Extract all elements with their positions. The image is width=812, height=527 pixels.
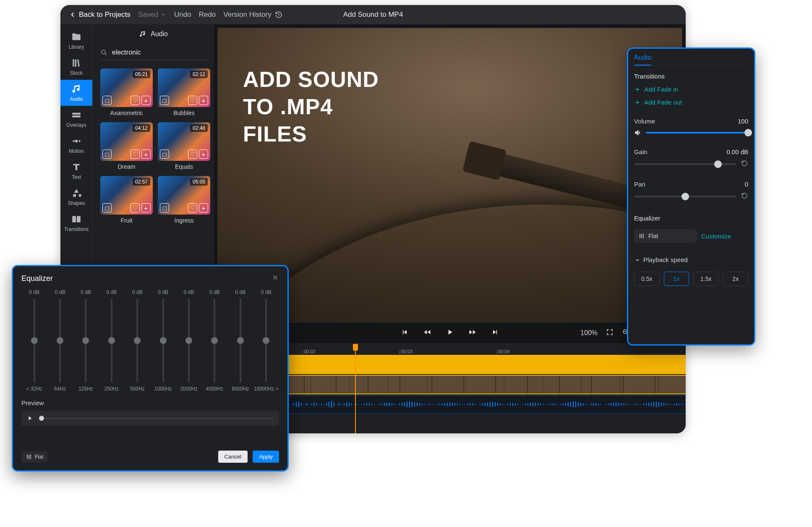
add-clip-button[interactable]: + [141,96,151,105]
speed-option[interactable]: 0.5x [634,272,660,286]
rail-audio[interactable]: Audio [60,80,92,106]
skip-start-button[interactable] [400,328,409,338]
music-icon [71,84,82,94]
band-slider[interactable] [85,299,86,383]
audio-clip[interactable]: 02:12 □ ♡ + Bubbles [158,68,210,116]
preview-clip-button[interactable]: □ [102,96,112,105]
equalizer-icon [638,233,645,239]
preview-bar[interactable] [21,411,279,426]
rail-shapes[interactable]: Shapes [60,184,92,210]
audio-clip[interactable]: 05:05 □ ♡ + Ingress [158,176,210,224]
add-clip-button[interactable]: + [199,96,208,105]
band-slider[interactable] [136,299,138,383]
band-db: 0 dB [107,289,117,295]
clip-thumbnail[interactable]: 02:48 □ ♡ + [158,122,210,161]
save-status[interactable]: Saved [138,10,167,19]
track-video[interactable] [273,375,686,394]
clip-thumbnail[interactable]: 05:21 □ ♡ + [100,68,153,107]
clip-name: Bubbles [173,110,195,116]
gain-reset-button[interactable] [741,160,748,169]
apply-button[interactable]: Apply [253,451,279,463]
track-audio[interactable] [273,395,686,414]
rewind-button[interactable] [423,328,431,338]
favorite-button[interactable]: ♡ [188,203,197,212]
add-clip-button[interactable]: + [141,203,151,212]
favorite-button[interactable]: ♡ [188,149,197,159]
clip-thumbnail[interactable]: 04:12 □ ♡ + [100,122,153,161]
library-search[interactable] [100,49,206,60]
rail-transitions[interactable]: Transitions [60,210,92,236]
add-fade-in-button[interactable]: Add Fade in [634,86,748,93]
volume-slider[interactable] [646,132,748,134]
add-clip-button[interactable]: + [199,149,208,159]
rail-text[interactable]: Text [60,158,92,184]
preset-selector[interactable]: Flat [21,451,47,462]
speed-option[interactable]: 2x [723,272,749,286]
band-slider[interactable] [240,299,241,383]
favorite-button[interactable]: ♡ [131,149,140,159]
skip-end-button[interactable] [491,328,499,338]
close-button[interactable] [272,274,279,283]
forward-button[interactable] [468,328,477,338]
clip-thumbnail[interactable]: 05:05 □ ♡ + [158,176,210,215]
chevron-down-icon [634,257,641,263]
favorite-button[interactable]: ♡ [188,96,197,105]
reset-icon [741,160,748,167]
speed-option[interactable]: 1x [664,272,689,286]
rail-motion[interactable]: Motion [60,132,92,158]
audio-clip[interactable]: 04:12 □ ♡ + Dream [100,122,153,170]
add-fade-out-button[interactable]: Add Fade out [634,99,748,106]
add-clip-button[interactable]: + [141,149,151,159]
play-button[interactable] [446,328,454,338]
band-slider[interactable] [188,299,190,383]
band-slider[interactable] [59,299,61,383]
search-input[interactable] [112,49,206,56]
band-slider[interactable] [214,299,215,383]
customize-link[interactable]: Customize [701,233,731,240]
favorite-button[interactable]: ♡ [131,96,140,105]
fullscreen-button[interactable] [606,328,614,338]
cancel-button[interactable]: Cancel [218,451,248,463]
music-icon [139,30,146,38]
band-slider[interactable] [111,299,112,383]
volume-value: 100 [738,118,748,125]
pan-reset-button[interactable] [741,192,748,201]
audio-clip[interactable]: 02:48 □ ♡ + Equals [158,122,210,170]
clip-thumbnail[interactable]: 02:12 □ ♡ + [158,68,210,107]
redo-button[interactable]: Redo [199,10,216,19]
rail-overlays[interactable]: Overlays [60,106,92,132]
gain-slider[interactable] [634,163,736,165]
audio-clip[interactable]: 02:57 □ ♡ + Fruit [100,176,153,224]
overlays-icon [71,110,82,121]
audio-clip[interactable]: 05:21 □ ♡ + Axanometric [100,68,153,116]
play-icon[interactable] [26,415,33,422]
preview-clip-button[interactable]: □ [160,96,169,105]
playhead[interactable] [355,344,356,433]
favorite-button[interactable]: ♡ [131,203,140,212]
playback-speed-heading[interactable]: Playback speed [634,256,748,263]
preview-clip-button[interactable]: □ [160,203,169,212]
add-clip-button[interactable]: + [199,203,208,212]
gain-label: Gain [634,148,648,155]
rail-library[interactable]: Library [60,28,92,54]
preview-clip-button[interactable]: □ [102,149,112,159]
tab-audio[interactable]: Audio [634,54,651,66]
equalizer-preset-select[interactable]: Flat [634,229,697,243]
gain-value: 0.00 dB [726,148,748,155]
preview-clip-button[interactable]: □ [102,203,112,212]
clip-thumbnail[interactable]: 02:57 □ ♡ + [100,176,153,215]
undo-button[interactable]: Undo [174,10,191,19]
band-slider[interactable] [34,299,35,383]
track-marker[interactable] [273,355,686,374]
version-history-button[interactable]: Version History [223,10,282,19]
ruler-tick: 00:04 [496,349,510,354]
pan-slider[interactable] [634,196,736,197]
preview-clip-button[interactable]: □ [160,149,169,159]
back-to-projects-button[interactable]: Back to Projects [69,10,131,19]
search-icon [100,49,108,56]
speed-option[interactable]: 1.5x [693,272,719,286]
rail-stock[interactable]: Stock [60,54,92,80]
preview-scrubber[interactable] [39,418,274,419]
band-slider[interactable] [162,299,164,383]
band-slider[interactable] [265,299,267,383]
